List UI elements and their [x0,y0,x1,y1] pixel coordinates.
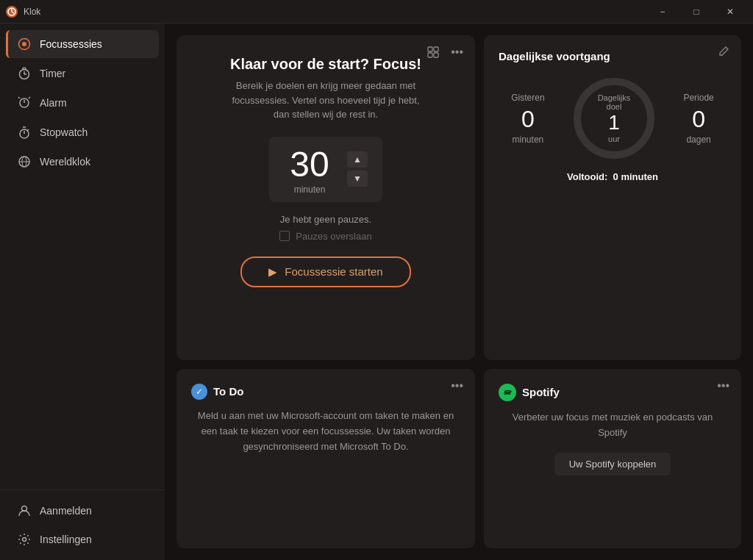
spotify-title: Spotify [522,386,560,398]
time-unit: minuten [284,184,335,195]
time-value: 30 [284,144,335,184]
focus-title: Klaar voor de start? Focus! [230,56,421,73]
period-label: Periode [683,93,713,103]
todo-card-header-icons: ••• [448,378,466,394]
app-body: Focussessies Timer [0,24,753,560]
period-unit: dagen [683,134,713,145]
sidebar-item-aanmelden[interactable]: Aanmelden [6,497,159,525]
svg-line-10 [29,97,30,98]
user-icon [18,504,31,517]
time-spinner: 30 minuten ▲ ▼ [269,137,382,202]
donut-goal-unit: uur [592,134,636,143]
settings-icon [18,533,31,546]
sidebar-item-label: Timer [40,68,65,79]
sidebar-item-stopwatch[interactable]: Stopwatch [6,118,159,146]
todo-title: To Do [213,385,243,398]
donut-goal-label: Dagelijks doel [592,93,636,111]
progress-edit-button[interactable] [715,44,732,59]
sidebar-item-label: Wereldklok [40,156,90,168]
focus-card: ••• Klaar voor de start? Focus! Bereik j… [176,35,475,360]
focus-subtitle: Bereik je doelen en krijg meer gedaan me… [223,79,429,122]
todo-text: Meld u aan met uw Microsoft-account om t… [191,409,460,454]
timer-icon [18,67,31,80]
progress-title: Dagelijkse voortgang [499,50,727,62]
donut-center: Dagelijks doel 1 uur [592,93,636,143]
main-content: ••• Klaar voor de start? Focus! Bereik j… [165,24,753,560]
donut-goal-value: 1 [592,111,636,134]
todo-icon: ✓ [191,384,207,400]
sidebar-item-focussessies[interactable]: Focussessies [6,30,159,58]
todo-card: ••• ✓ To Do Meld u aan met uw Microsoft-… [176,369,475,548]
time-decrement-button[interactable]: ▼ [347,170,368,187]
spotify-card-header-icons: ••• [714,378,732,394]
spotify-header: Spotify [499,384,727,401]
svg-line-2 [12,12,14,13]
sidebar-item-label: Focussessies [40,38,102,50]
minimize-button[interactable]: − [646,0,679,24]
spotify-connect-button[interactable]: Uw Spotify koppelen [554,453,671,475]
skip-pauses-checkbox[interactable] [279,231,290,241]
sidebar-item-label: Instellingen [40,534,92,545]
yesterday-value: 0 [511,106,544,133]
daily-goal-donut: Dagelijks doel 1 uur [570,74,658,162]
close-button[interactable]: ✕ [713,0,747,24]
svg-point-4 [22,42,26,46]
time-increment-button[interactable]: ▲ [347,151,368,168]
completed-value: 0 minuten [613,171,658,182]
skip-pauses-row: Pauzes overslaan [279,231,371,242]
svg-rect-22 [434,47,438,51]
start-focus-button[interactable]: ▶ Focussessie starten [240,256,410,287]
svg-rect-23 [428,53,432,57]
spotify-text: Verbeter uw focus met muziek en podcasts… [499,410,727,441]
svg-line-9 [18,97,20,98]
sidebar-bottom: Aanmelden Instellingen [0,489,165,554]
period-value: 0 [683,106,713,133]
svg-rect-21 [428,47,432,51]
world-icon [18,155,31,168]
sidebar: Focussessies Timer [0,24,165,560]
progress-inner: Gisteren 0 minuten Dagelijks doel 1 uur [499,74,727,162]
todo-header: ✓ To Do [191,384,460,400]
play-icon: ▶ [268,265,277,279]
sidebar-item-wereldklok[interactable]: Wereldklok [6,148,159,176]
focus-more-button[interactable]: ••• [448,44,466,60]
sidebar-item-timer[interactable]: Timer [6,60,159,87]
yesterday-unit: minuten [511,134,544,145]
start-button-label: Focussessie starten [285,265,382,278]
maximize-button[interactable]: □ [679,0,713,24]
sidebar-item-label: Alarm [40,97,67,109]
no-pauses-text: Je hebt geen pauzes. [280,214,371,225]
alarm-icon [18,96,31,110]
stopwatch-icon [18,126,31,139]
spinner-arrows: ▲ ▼ [347,151,368,187]
todo-more-button[interactable]: ••• [448,378,466,394]
yesterday-label: Gisteren [511,93,544,103]
completed-text: Voltooid: 0 minuten [499,171,727,182]
spotify-more-button[interactable]: ••• [714,378,732,394]
focus-icon [18,37,31,51]
svg-rect-24 [434,53,438,57]
skip-pauses-label: Pauzes overslaan [296,231,371,242]
app-icon [6,6,18,18]
window-controls: − □ ✕ [646,0,747,24]
yesterday-stat: Gisteren 0 minuten [511,93,544,145]
svg-line-15 [28,129,29,131]
sidebar-item-label: Stopwatch [40,126,88,138]
period-stat: Periode 0 dagen [683,93,713,145]
focus-card-header-icons: ••• [424,44,466,60]
spotify-icon [499,384,516,401]
sidebar-item-label: Aanmelden [40,505,92,517]
sidebar-item-alarm[interactable]: Alarm [6,89,159,117]
svg-point-20 [23,538,26,542]
sidebar-item-instellingen[interactable]: Instellingen [6,525,159,553]
app-title: Klok [24,7,646,17]
svg-rect-5 [23,68,26,69]
progress-card: Dagelijkse voortgang Gisteren 0 minuten [484,35,741,360]
spotify-card: ••• Spotify Verbeter uw focus met muziek… [484,369,741,548]
titlebar: Klok − □ ✕ [0,0,753,24]
completed-label: Voltooid: [567,171,607,182]
focus-layout-icon[interactable] [424,45,442,60]
